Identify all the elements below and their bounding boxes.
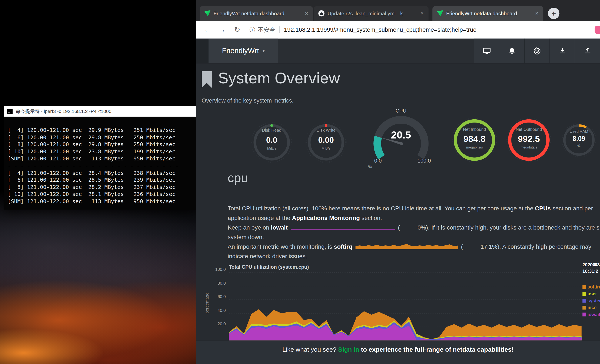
legend-item[interactable]: user [582, 290, 600, 297]
new-tab-button[interactable] [548, 8, 559, 19]
netdata-header: FriendlyWrt [196, 39, 600, 64]
url-text[interactable]: 192.168.2.1:19999/#menu_system_submenu_c… [284, 26, 476, 33]
browser-toolbar: 不安全 192.168.2.1:19999/#menu_system_subme… [196, 21, 600, 39]
y-tick-label: 40.0 [206, 308, 226, 321]
legend-swatch [582, 306, 586, 309]
terminal-output: [ 4] 120.00-121.00 sec 29.9 MBytes 251 M… [4, 117, 196, 210]
legend-label: nice [587, 305, 597, 310]
softirq-label: softirq [334, 243, 352, 250]
gauge-net-outbound[interactable]: Net Outbound 992.5 megabits/s [506, 117, 552, 163]
close-icon[interactable] [303, 10, 310, 17]
text: ( [398, 224, 400, 231]
settings-button[interactable] [524, 39, 550, 63]
section-heading-cpu: cpu [228, 171, 248, 185]
display-icon [482, 47, 491, 55]
y-tick-label: 60.0 [206, 294, 226, 308]
text: 17.1%). A constantly high percentage may [480, 243, 591, 250]
close-icon[interactable] [534, 10, 540, 17]
text: system down. [228, 234, 264, 240]
forward-icon[interactable] [216, 24, 227, 35]
netdata-content: System Overview Overview of the key syst… [196, 64, 600, 341]
text: application usage at the [228, 215, 292, 221]
gauge-label: Net Inbound [451, 127, 497, 132]
screen: 命令提示符 - iperf3 -c 192.168.1.2 -P4 -t1000… [0, 0, 600, 364]
gauge-value: 8.09 [560, 135, 598, 143]
gauge-max: 100.0 [417, 158, 431, 164]
gauge-value: 0.00 [303, 136, 349, 145]
footer-question: Like what you see? [282, 346, 338, 353]
gauge-unit: megabits/s [506, 145, 552, 149]
paragraph-line: application usage at the Applications Mo… [228, 213, 600, 223]
y-tick-label: 80.0 [206, 280, 226, 294]
info-icon[interactable] [250, 26, 255, 33]
security-chip[interactable]: 不安全 [258, 26, 275, 33]
text: section and per [551, 205, 593, 212]
text: Total CPU utilization (all cores). 100% … [228, 205, 535, 212]
y-tick-label: 20.0 [206, 321, 226, 335]
gauge-disk-read[interactable]: Disk Read 0.0 MiB/s [249, 122, 295, 165]
gauge-cpu[interactable]: 20.5 0.0 100.0 % [363, 115, 439, 165]
gauge-unit: megabits/s [451, 145, 497, 149]
bookmark-icon [202, 71, 212, 88]
softirq-sparkline[interactable] [355, 243, 458, 250]
display-button[interactable] [474, 39, 499, 63]
terminal-title: 命令提示符 - iperf3 -c 192.168.1.2 -P4 -t1000 [16, 108, 112, 115]
iowait-sparkline[interactable] [291, 225, 395, 230]
browser-window: FriendlyWrt netdata dashboard Update r2s… [196, 0, 600, 364]
text: indicate network driver issues. [228, 253, 307, 260]
cpus-link[interactable]: CPUs [535, 205, 551, 212]
gauge-net-inbound[interactable]: Net Inbound 984.8 megabits/s [451, 117, 497, 163]
text: ( [461, 243, 463, 250]
legend-label: softirq [587, 284, 600, 289]
terminal-window[interactable]: 命令提示符 - iperf3 -c 192.168.1.2 -P4 -t1000… [4, 106, 196, 210]
gauge-label: Used RAM [560, 129, 598, 134]
netdata-footer: Like what you see? Sign in to experience… [196, 341, 600, 364]
applications-monitoring-link[interactable]: Applications Monitoring [292, 215, 360, 221]
address-bar[interactable]: 不安全 192.168.2.1:19999/#menu_system_subme… [250, 24, 585, 36]
chart-date: 2020年3 [582, 262, 600, 268]
text: 0%). If it is constantly high, your disk… [417, 224, 600, 231]
alarms-button[interactable] [499, 39, 524, 63]
tab-label: FriendlyWrt netdata dashboard [446, 6, 532, 21]
tab-netdata-1[interactable]: FriendlyWrt netdata dashboard [200, 6, 313, 21]
paragraph-line: system down. [228, 232, 600, 242]
legend-swatch [582, 313, 586, 316]
chart-plot-area [229, 272, 581, 341]
gauge-disk-write[interactable]: Disk Write 0.00 MiB/s [303, 122, 349, 165]
legend-item[interactable]: softirq [582, 283, 600, 290]
close-icon[interactable] [419, 10, 426, 17]
back-icon[interactable] [202, 24, 213, 35]
legend-item[interactable]: nice [582, 304, 600, 311]
terminal-titlebar[interactable]: 命令提示符 - iperf3 -c 192.168.1.2 -P4 -t1000 [4, 106, 196, 117]
paragraph-line: indicate network driver issues. [228, 252, 600, 261]
tab-netdata-2-active[interactable]: FriendlyWrt netdata dashboard [432, 6, 544, 21]
y-tick-label: 100.0 [206, 267, 226, 280]
cpu-utilization-chart[interactable] [229, 272, 581, 341]
reload-icon[interactable] [232, 24, 243, 35]
cmd-icon [7, 109, 13, 114]
github-favicon [318, 10, 324, 17]
legend-item[interactable]: system [582, 297, 600, 304]
page-subtitle: Overview of the key system metrics. [202, 97, 294, 104]
disk-write-dot [325, 124, 328, 127]
legend-label: system [587, 298, 600, 303]
download-icon [559, 47, 566, 55]
bell-icon [508, 47, 516, 55]
chart-legend: softirq user system nice iow [582, 283, 600, 318]
text: An important metric worth monitoring, is [228, 243, 334, 250]
gauge-min: 0.0 [374, 158, 382, 164]
tab-label: Update r2s_lean_minimal.yml · k [328, 6, 417, 21]
import-button[interactable] [550, 39, 575, 63]
text: section. [360, 215, 382, 221]
legend-item[interactable]: iowait [582, 311, 600, 317]
gauge-used-ram[interactable]: Used RAM 8.09 % [560, 121, 598, 159]
netdata-menu-button[interactable]: FriendlyWrt [208, 39, 278, 63]
tab-label: FriendlyWrt netdata dashboard [214, 6, 302, 21]
export-button[interactable] [575, 39, 600, 63]
gauge-label: Disk Read [249, 128, 295, 132]
sign-in-link[interactable]: Sign in [338, 346, 359, 353]
tab-github[interactable]: Update r2s_lean_minimal.yml · k [314, 6, 429, 21]
gauge-value: 992.5 [506, 134, 552, 144]
extension-icon[interactable] [595, 26, 600, 34]
header-icons [474, 39, 600, 63]
